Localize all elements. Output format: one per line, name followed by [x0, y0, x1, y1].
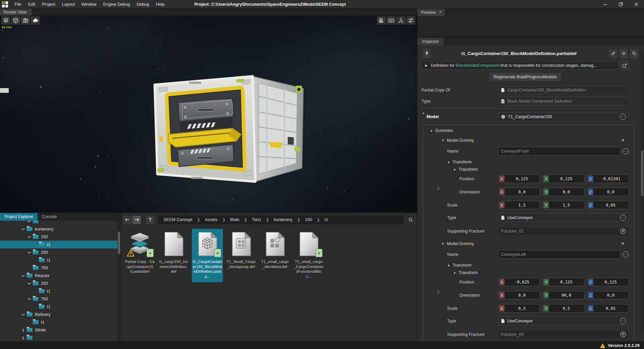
tree-item[interactable]: ❯ kontenery — [0, 225, 121, 233]
chevron-icon[interactable]: ❯ — [28, 296, 31, 302]
tree-item[interactable]: ❯ t1 — [0, 256, 121, 264]
position-y-field[interactable]: Y0,125 — [542, 278, 584, 286]
tree-item[interactable]: ❯ t1 — [0, 318, 121, 326]
type-field[interactable]: Block Model Component Definition — [498, 97, 629, 106]
position-x-field[interactable]: X-0,625 — [498, 278, 540, 286]
chevron-icon[interactable]: ❯ — [28, 249, 31, 255]
remove-dummy-button[interactable]: ✕ — [621, 241, 625, 246]
scale-x-field[interactable]: X1,5 — [498, 201, 540, 209]
drag-handle[interactable]: ⠿ — [437, 290, 440, 295]
up-button[interactable] — [146, 216, 154, 224]
tree-item[interactable]: ❯ — [0, 221, 121, 225]
file-item[interactable]: + T1_small_cargo_CargoContainersFunction… — [293, 229, 324, 282]
drag-handle[interactable]: ⠿ — [437, 186, 440, 191]
file-item[interactable]: T1_small_cargo_blockkind.def — [259, 229, 290, 272]
view-settings-button[interactable] — [406, 16, 415, 25]
ellipsis-button[interactable]: ⋯ — [620, 114, 626, 120]
orientation-y-field[interactable]: Y0,0 — [542, 188, 584, 196]
position-x-field[interactable]: X0,125 — [498, 174, 540, 183]
supporting-fracture-field[interactable]: Fracture_04 — [498, 330, 629, 339]
pin-button[interactable] — [422, 49, 431, 58]
edit-button[interactable] — [609, 49, 617, 58]
inspector-scrollbar[interactable] — [641, 53, 644, 333]
tree-item[interactable]: ❯ — [0, 334, 121, 342]
menu-debug[interactable]: Debug — [133, 0, 153, 9]
chevron-icon[interactable]: ❯ — [28, 234, 31, 240]
ellipsis-button[interactable]: ⋯ — [620, 318, 626, 324]
file-item[interactable]: + Partial Copy - CargoContainer150.parti… — [124, 229, 155, 277]
tree-item[interactable]: ❯ t1 — [0, 287, 121, 295]
scale-y-field[interactable]: Y1,5 — [542, 201, 584, 209]
dummy-type-field[interactable]: UseConveyor ⋯ — [498, 213, 629, 222]
environment-button[interactable] — [31, 16, 40, 25]
camera-button[interactable] — [21, 16, 30, 25]
menu-layout[interactable]: Layout — [59, 0, 78, 9]
chevron-icon[interactable]: ❯ — [28, 221, 31, 224]
scale-z-field[interactable]: Z0,05 — [587, 201, 629, 209]
measure-button[interactable] — [377, 16, 386, 25]
orientation-z-field[interactable]: Z0,0 — [587, 291, 629, 299]
tree-item[interactable]: ❯ 750 — [0, 295, 121, 303]
breadcrumb-item[interactable]: SEEM Concept — [163, 217, 193, 222]
warning-icon[interactable] — [600, 343, 606, 348]
tree-item[interactable]: ❯ 750 — [0, 264, 121, 272]
menu-file[interactable]: File — [11, 0, 25, 9]
file-item[interactable]: t1_cargo150_InventoryDefinition.def — [158, 229, 189, 277]
tree-item[interactable]: ❯ 150 — [0, 233, 121, 241]
supporting-fracture-field[interactable]: Fracture_02 — [498, 227, 629, 236]
regenerate-buildprogress-button[interactable]: Regenerate BuildProgressModels — [489, 73, 561, 81]
forward-button[interactable] — [132, 216, 141, 224]
collapse-triangle-icon[interactable]: ▼ — [441, 242, 444, 245]
tree-item[interactable]: ❯ Silniki — [0, 326, 121, 334]
scale-z-field[interactable]: Z0,05 — [587, 304, 629, 313]
partial-copy-of-field[interactable]: CargoContainer150_BlockModelDefinition — [498, 86, 629, 95]
tree-scrollbar[interactable] — [118, 221, 121, 342]
chevron-icon[interactable]: ❯ — [22, 226, 25, 232]
restore-button[interactable] — [613, 0, 628, 9]
orientation-x-field[interactable]: X0,0 — [498, 188, 540, 196]
chevron-icon[interactable]: ❯ — [22, 273, 25, 278]
close-button[interactable] — [628, 0, 644, 9]
transform-inner-header[interactable]: ▼Transform — [423, 167, 629, 172]
file-search-button[interactable] — [406, 215, 415, 224]
tab-project-explorer[interactable]: Project Explorer — [0, 213, 37, 221]
scale-y-field[interactable]: Y0,5 — [542, 304, 584, 313]
file-item[interactable]: + t1_CargoContainer150_BlockModelDefinit… — [192, 229, 223, 282]
axis-gizmo-button[interactable] — [396, 16, 406, 25]
locate-fracture-icon[interactable] — [620, 228, 626, 234]
tree-item[interactable]: ❯ Reactor — [0, 272, 121, 279]
keyboard-shortcuts-button[interactable] — [387, 16, 396, 25]
chevron-icon[interactable]: ❯ — [28, 280, 31, 286]
close-preview-icon[interactable]: ✕ — [439, 10, 442, 16]
tree-item[interactable]: ❯ 250 — [0, 248, 121, 256]
menu-project[interactable]: Project — [39, 0, 59, 9]
breadcrumb-item[interactable]: Bloki — [229, 217, 240, 222]
remove-dummy-button[interactable]: ✕ — [621, 138, 625, 143]
position-y-field[interactable]: Y0,125 — [542, 174, 584, 183]
collapse-triangle-icon[interactable]: ▼ — [441, 139, 444, 142]
transform-inner-header[interactable]: ▼Transform — [423, 270, 629, 275]
tab-preview[interactable]: Preview ✕ — [417, 9, 445, 16]
model-field[interactable]: T1_CargoContainer150 ⋯ — [498, 112, 629, 121]
file-item[interactable]: T1_Small_Cargo_blockgroup.def — [226, 229, 257, 272]
breadcrumb-item[interactable]: Tier1 — [251, 217, 262, 222]
tab-console[interactable]: Console — [37, 213, 61, 221]
tree-item[interactable]: ❯ 250 — [0, 279, 121, 287]
tab-render-view[interactable]: Render View — [0, 9, 32, 16]
locate-button[interactable] — [619, 49, 628, 58]
breadcrumb-item[interactable]: t1 — [324, 217, 329, 222]
locate-fracture-icon[interactable] — [620, 331, 626, 338]
layers-button[interactable] — [1, 16, 10, 25]
position-z-field[interactable]: Z0,125 — [587, 278, 629, 286]
cube-view-button[interactable] — [11, 16, 20, 25]
breadcrumb-item[interactable]: kontenery — [273, 217, 293, 222]
minimize-button[interactable] — [597, 0, 613, 9]
breadcrumb-item[interactable]: Assets — [204, 217, 218, 222]
menu-edit[interactable]: Edit — [25, 0, 39, 9]
definition-doc-link[interactable]: BlockModelComponent — [456, 63, 499, 68]
search-button[interactable] — [630, 49, 638, 58]
breadcrumb-item[interactable]: 150 — [304, 217, 313, 222]
ellipsis-button[interactable]: ⋯ — [623, 251, 629, 258]
ellipsis-button[interactable]: ⋯ — [623, 148, 629, 154]
chevron-icon[interactable]: ❯ — [20, 336, 26, 340]
